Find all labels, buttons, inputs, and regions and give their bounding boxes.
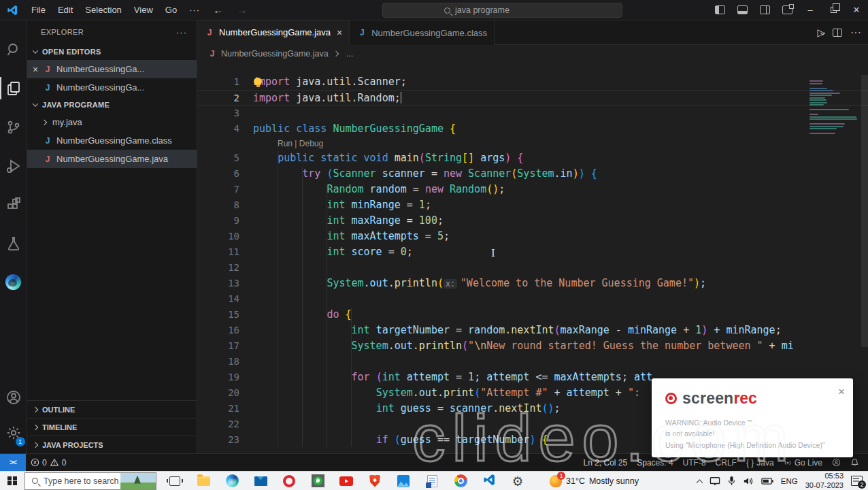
menu-go[interactable]: Go bbox=[159, 0, 183, 20]
search-view-icon[interactable] bbox=[0, 30, 27, 69]
back-arrow-icon[interactable]: ← bbox=[206, 4, 230, 16]
folder-header[interactable]: JAVA PROGRAME bbox=[27, 97, 197, 113]
minimap[interactable] bbox=[809, 80, 858, 133]
taskbar-clock[interactable]: 05:53 30-07-2023 bbox=[805, 472, 844, 490]
code-line[interactable]: 6 try (Scanner scanner = new Scanner(Sys… bbox=[197, 166, 868, 182]
toggle-panel-icon[interactable] bbox=[737, 5, 748, 14]
settings-taskbar-icon[interactable]: ⚙ bbox=[503, 472, 532, 490]
toggle-secondary-sidebar-icon[interactable] bbox=[760, 5, 770, 14]
open-editors-header[interactable]: OPEN EDITORS bbox=[27, 44, 197, 60]
code-line[interactable]: 8 int minRange = 1; bbox=[197, 197, 868, 213]
code-line[interactable]: 18 bbox=[197, 354, 868, 370]
explorer-view-icon[interactable] bbox=[0, 69, 27, 108]
microphone-icon[interactable] bbox=[728, 476, 735, 486]
codelens-run-debug[interactable]: Run | Debug bbox=[197, 137, 868, 150]
breadcrumb-more[interactable]: ... bbox=[346, 49, 353, 59]
code-line[interactable]: 5 public static void main(String[] args)… bbox=[197, 150, 868, 166]
battery-icon[interactable] bbox=[761, 477, 773, 485]
tab-NumberGuessingGame.class[interactable]: JNumberGuessingGame.class bbox=[350, 20, 495, 45]
taskbar-weather[interactable]: 1 31°C Mostly sunny bbox=[550, 475, 639, 487]
minimize-button[interactable]: – bbox=[799, 0, 822, 20]
vscode-taskbar-icon[interactable] bbox=[475, 472, 503, 490]
start-button[interactable] bbox=[0, 472, 24, 490]
edge-taskbar-icon[interactable] bbox=[218, 472, 246, 490]
code-line[interactable]: 17 System.out.println("\nNew round start… bbox=[197, 338, 868, 354]
brave-taskbar-icon[interactable] bbox=[361, 472, 389, 490]
language-indicator[interactable]: ENG bbox=[781, 477, 798, 485]
code-line[interactable]: 3 bbox=[197, 105, 868, 121]
command-center-search[interactable]: java programe bbox=[382, 3, 622, 18]
section-java-projects[interactable]: JAVA PROJECTS bbox=[27, 436, 197, 453]
open-editor-item[interactable]: JNumberGuessingGa... bbox=[27, 78, 197, 97]
breadcrumb[interactable]: J NumberGuessingGame.java ... bbox=[197, 45, 868, 63]
settings-gear-icon[interactable]: 1 bbox=[0, 415, 27, 451]
testing-icon[interactable] bbox=[0, 224, 27, 263]
code-line[interactable]: 10 int maxAttempts = 5; bbox=[197, 229, 868, 244]
taskbar-search-box[interactable]: Type here to search bbox=[24, 472, 156, 490]
close-editor-icon[interactable]: × bbox=[30, 64, 41, 75]
code-line[interactable]: 11 int score = 0; bbox=[197, 244, 868, 260]
restore-button[interactable] bbox=[822, 0, 845, 20]
chrome-taskbar-icon[interactable] bbox=[446, 472, 475, 490]
opera-taskbar-icon[interactable] bbox=[275, 472, 303, 490]
run-java-button[interactable]: ▷ bbox=[817, 27, 824, 39]
remote-indicator[interactable]: >< bbox=[0, 454, 26, 472]
bing-daily-image[interactable] bbox=[120, 473, 156, 490]
code-line[interactable]: 15 do { bbox=[197, 307, 868, 323]
menu-selection[interactable]: Selection bbox=[79, 0, 127, 20]
close-tab-icon[interactable]: × bbox=[337, 27, 342, 38]
code-text: do { bbox=[239, 307, 352, 323]
menu-overflow[interactable]: ··· bbox=[183, 5, 206, 15]
code-line[interactable]: 1import java.util.Scanner; bbox=[197, 74, 868, 90]
open-editor-item[interactable]: ×JNumberGuessingGa... bbox=[27, 60, 197, 78]
close-button[interactable]: ✕ bbox=[845, 0, 868, 20]
task-view-taskbar-icon[interactable] bbox=[161, 472, 189, 490]
problems-indicator[interactable]: 0 0 bbox=[26, 454, 71, 472]
popup-close-icon[interactable]: × bbox=[838, 385, 845, 399]
code-line[interactable]: 4public class NumberGuessingGame { bbox=[197, 121, 868, 137]
breadcrumb-file[interactable]: NumberGuessingGame.java bbox=[221, 49, 329, 59]
tree-item[interactable]: JNumberGuessingGame.class bbox=[27, 131, 197, 150]
mail-taskbar-icon[interactable] bbox=[246, 472, 275, 490]
extensions-icon[interactable] bbox=[0, 185, 27, 224]
toggle-sidebar-icon[interactable] bbox=[715, 5, 725, 14]
document-app-taskbar-icon[interactable] bbox=[418, 472, 446, 490]
vertical-scrollbar[interactable] bbox=[861, 75, 868, 347]
run-debug-icon[interactable] bbox=[0, 146, 27, 185]
account-icon[interactable] bbox=[0, 380, 27, 415]
editor-more-actions-icon[interactable]: ··· bbox=[850, 27, 861, 39]
menu-file[interactable]: File bbox=[25, 0, 52, 20]
customize-layout-icon[interactable] bbox=[782, 5, 792, 14]
section-timeline[interactable]: TIMELINE bbox=[27, 418, 197, 436]
split-editor-icon[interactable] bbox=[833, 29, 842, 37]
action-center-icon[interactable]: 2 bbox=[851, 476, 863, 486]
code-line[interactable]: 12 bbox=[197, 260, 868, 276]
whatsapp-taskbar-icon[interactable] bbox=[303, 472, 332, 490]
edge-browser-icon[interactable] bbox=[0, 263, 27, 301]
forward-arrow-icon[interactable]: → bbox=[230, 4, 254, 16]
cast-display-icon[interactable] bbox=[710, 476, 720, 486]
code-line[interactable]: 14 bbox=[197, 291, 868, 307]
speaker-icon[interactable] bbox=[743, 476, 754, 486]
code-line[interactable]: 2import java.util.Random; bbox=[197, 90, 868, 105]
photos-taskbar-icon[interactable] bbox=[389, 472, 418, 490]
sidebar-actions-icon[interactable]: ··· bbox=[176, 27, 187, 37]
menu-view[interactable]: View bbox=[128, 0, 159, 20]
section-outline[interactable]: OUTLINE bbox=[27, 400, 197, 418]
code-line[interactable]: 9 int maxRange = 100; bbox=[197, 213, 868, 229]
hidden-icons-chevron[interactable] bbox=[696, 479, 703, 486]
tree-item[interactable]: JNumberGuessingGame.java bbox=[27, 150, 197, 168]
youtube-taskbar-icon[interactable] bbox=[332, 472, 361, 490]
code-line[interactable]: 7 Random random = new Random(); bbox=[197, 182, 868, 197]
statusbar-ln-2-col-25[interactable]: Ln 2, Col 25 bbox=[578, 454, 632, 472]
code-line[interactable]: 13 System.out.println(x:"Welcome to the … bbox=[197, 276, 868, 291]
menu-edit[interactable]: Edit bbox=[52, 0, 79, 20]
statusbar-label: UTF-8 bbox=[683, 458, 706, 468]
tree-item[interactable]: my.java bbox=[27, 113, 197, 131]
minimap-line bbox=[809, 116, 856, 118]
file-explorer-taskbar-icon[interactable] bbox=[189, 472, 218, 490]
lightbulb-icon[interactable] bbox=[254, 78, 262, 86]
source-control-icon[interactable] bbox=[0, 108, 27, 146]
tab-NumberGuessingGame.java[interactable]: JNumberGuessingGame.java× bbox=[197, 20, 350, 45]
code-line[interactable]: 16 int targetNumber = random.nextInt(max… bbox=[197, 323, 868, 338]
